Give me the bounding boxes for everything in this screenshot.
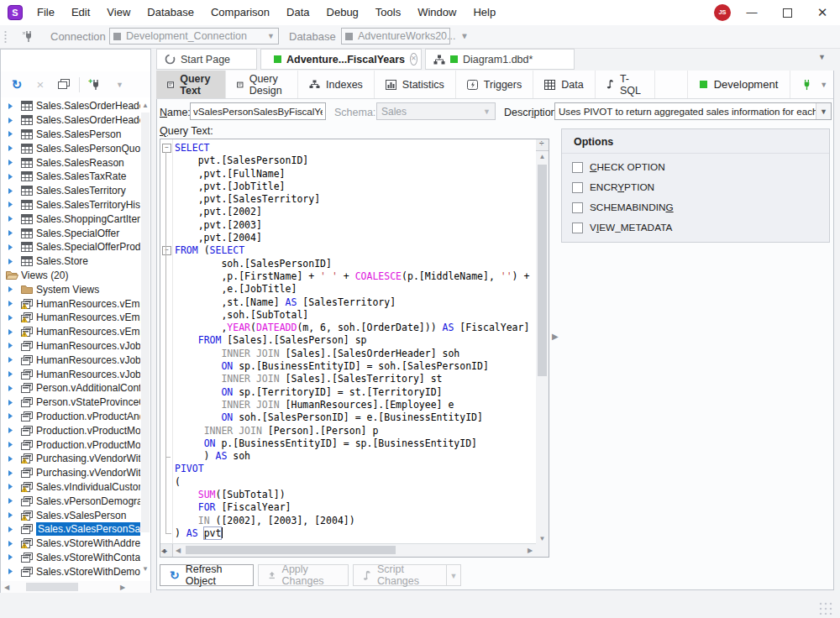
menu-tools[interactable]: Tools xyxy=(367,0,409,25)
tab-query-design[interactable]: Query Design xyxy=(226,71,298,98)
code-area[interactable]: SELECT pvt.[SalesPersonID] ,pvt.[FullNam… xyxy=(172,139,536,544)
expand-chevron[interactable] xyxy=(1,469,21,477)
expand-chevron[interactable] xyxy=(1,201,21,208)
expand-chevron[interactable] xyxy=(1,540,21,547)
explorer-item[interactable]: Purchasing.vVendorWithContacts xyxy=(1,466,140,480)
option-check-option[interactable]: CHECK OPTION xyxy=(572,161,665,173)
expand-chevron[interactable] xyxy=(1,441,21,448)
expand-chevron[interactable] xyxy=(1,427,21,434)
tab-statistics[interactable]: Statistics xyxy=(375,71,456,98)
editor-horizontal-scrollbar[interactable]: ◀ ▶ xyxy=(160,543,536,557)
schema-select[interactable]: Sales ▼ xyxy=(376,102,496,120)
panel-collapse-icon[interactable]: ▶ xyxy=(552,332,559,341)
tab-diagram[interactable]: Diagram1.dbd* xyxy=(425,49,575,70)
scroll-down-icon[interactable]: ▼ xyxy=(536,533,549,544)
fold-collapse-icon[interactable]: − xyxy=(162,246,171,255)
menu-comparison[interactable]: Comparison xyxy=(202,0,278,25)
explorer-item[interactable]: Sales.SalesPersonQuotaHistory xyxy=(1,141,140,155)
explorer-item[interactable]: Sales.vPersonDemographics xyxy=(1,494,140,508)
explorer-item[interactable]: Sales.vSalesPersonSalesByFiscalYears xyxy=(1,522,140,537)
explorer-item[interactable]: Production.vProductAndDescription xyxy=(1,410,140,424)
explorer-item[interactable]: Sales.vStoreWithAddresses xyxy=(1,537,140,551)
hscroll-thumb[interactable] xyxy=(186,546,396,554)
script-changes-dropdown[interactable]: ▼ xyxy=(446,564,461,586)
tab-view-editor[interactable]: Adventure...FiscalYears ✕ xyxy=(260,49,422,70)
expand-chevron[interactable] xyxy=(1,412,21,420)
expand-chevron[interactable] xyxy=(1,102,21,110)
expand-chevron[interactable] xyxy=(1,497,21,505)
explorer-item[interactable]: Person.vStateProvinceCountryRegion xyxy=(1,395,140,410)
menu-view[interactable]: View xyxy=(98,0,139,25)
tab-triggers[interactable]: Triggers xyxy=(456,71,533,98)
expand-chevron[interactable] xyxy=(1,511,21,519)
explorer-item[interactable]: Views (20) xyxy=(1,269,140,283)
expand-chevron[interactable] xyxy=(1,356,21,364)
option-view-metadata[interactable]: VIEW_METADATA xyxy=(572,222,672,233)
duplicate-windows-icon[interactable] xyxy=(53,75,75,95)
checkbox[interactable] xyxy=(572,162,583,173)
explorer-item[interactable]: Production.vProductModelInstructions xyxy=(1,437,140,452)
refresh-icon[interactable]: ↻ xyxy=(6,75,28,95)
option-encryption[interactable]: ENCRYPTION xyxy=(572,181,654,193)
chevron-down-icon[interactable]: ▼ xyxy=(116,81,123,89)
tree-vertical-scrollbar[interactable] xyxy=(141,113,150,532)
tab-start-page[interactable]: Start Page xyxy=(156,49,257,70)
scroll-right-icon[interactable]: ▶ xyxy=(117,584,129,591)
sql-code-editor[interactable]: − − SELECT pvt.[SalesPersonID] ,pvt.[Ful… xyxy=(160,139,549,558)
explorer-item[interactable]: HumanResources.vEmployeeDepartmentHistor… xyxy=(1,325,140,339)
expand-chevron[interactable] xyxy=(1,568,21,575)
explorer-item[interactable]: Sales.vStoreWithContacts xyxy=(1,551,140,565)
expand-chevron[interactable] xyxy=(1,399,21,406)
toolbar-grip[interactable] xyxy=(4,30,7,43)
expand-chevron[interactable] xyxy=(1,173,21,181)
expand-chevron[interactable] xyxy=(1,117,21,124)
refresh-object-button[interactable]: ↻ Refresh Object xyxy=(160,564,254,586)
explorer-item[interactable]: Sales.SalesOrderHeader xyxy=(1,99,140,113)
scroll-up-icon[interactable]: ▲ xyxy=(536,151,549,162)
expand-chevron[interactable] xyxy=(1,144,21,152)
editor-split-handle[interactable] xyxy=(536,139,549,151)
expand-chevron[interactable] xyxy=(1,483,21,490)
tree-horizontal-scrollbar[interactable]: ◀ ▶ xyxy=(1,581,150,593)
explorer-item[interactable]: Sales.SalesPerson xyxy=(1,128,140,142)
tree-scroll-up[interactable]: ▲ xyxy=(140,101,150,111)
expand-chevron[interactable] xyxy=(1,300,21,307)
tab-list-chevron-icon[interactable]: ▼ xyxy=(818,53,826,61)
tab-indexes[interactable]: Indexes xyxy=(298,71,375,98)
editor-vertical-scrollbar[interactable]: ▲ ▼ xyxy=(536,139,549,544)
tab-tsql[interactable]: T-SQL xyxy=(596,71,655,98)
explorer-item[interactable]: HumanResources.vEmployee xyxy=(1,296,140,311)
explorer-item[interactable]: Purchasing.vVendorWithAddresses xyxy=(1,452,140,466)
explorer-item[interactable]: Sales.SalesOrderHeaderSalesReason xyxy=(1,113,140,128)
tab-close-icon[interactable]: ✕ xyxy=(410,53,417,65)
connection-state[interactable]: ▼ xyxy=(790,71,837,98)
explorer-item[interactable]: Sales.SpecialOffer xyxy=(1,226,140,240)
expand-chevron[interactable] xyxy=(1,385,21,392)
editor-hsplit-handle[interactable] xyxy=(160,544,173,557)
explorer-item[interactable]: HumanResources.vEmployeeDepartment xyxy=(1,311,140,325)
expand-chevron[interactable] xyxy=(1,328,21,336)
maximize-button[interactable] xyxy=(769,0,805,25)
vscroll-thumb[interactable] xyxy=(538,165,547,376)
explorer-item[interactable]: Person.vAdditionalContactInfo xyxy=(1,381,140,395)
explorer-item[interactable]: Sales.SalesTaxRate xyxy=(1,170,140,184)
expand-chevron[interactable] xyxy=(1,130,21,138)
script-changes-button[interactable]: Script Changes xyxy=(353,564,447,586)
toolbar-overflow-button[interactable]: ▼ xyxy=(458,28,471,45)
expand-chevron[interactable] xyxy=(1,455,21,463)
explorer-item[interactable]: Sales.vIndividualCustomer xyxy=(1,480,140,495)
explorer-item[interactable]: HumanResources.vJobCandidateEmployment xyxy=(1,367,140,381)
explorer-item[interactable]: System Views xyxy=(1,282,140,296)
explorer-item[interactable]: HumanResources.vJobCandidate xyxy=(1,339,140,354)
connection-select[interactable]: Development_Connection ▼ xyxy=(109,28,279,45)
new-connection-icon[interactable]: + xyxy=(84,75,106,95)
expand-chevron[interactable] xyxy=(1,314,21,322)
user-avatar[interactable]: JS xyxy=(714,4,731,21)
expand-chevron[interactable] xyxy=(1,553,21,561)
expand-chevron[interactable] xyxy=(1,370,21,378)
tab-query-text[interactable]: Query Text xyxy=(156,71,226,98)
database-select[interactable]: AdventureWorks20... ▼ xyxy=(341,28,450,45)
explorer-item[interactable]: HumanResources.vJobCandidateEducation xyxy=(1,353,140,367)
fold-collapse-icon[interactable]: − xyxy=(162,144,171,153)
chevron-down-icon[interactable]: ▼ xyxy=(816,103,831,119)
